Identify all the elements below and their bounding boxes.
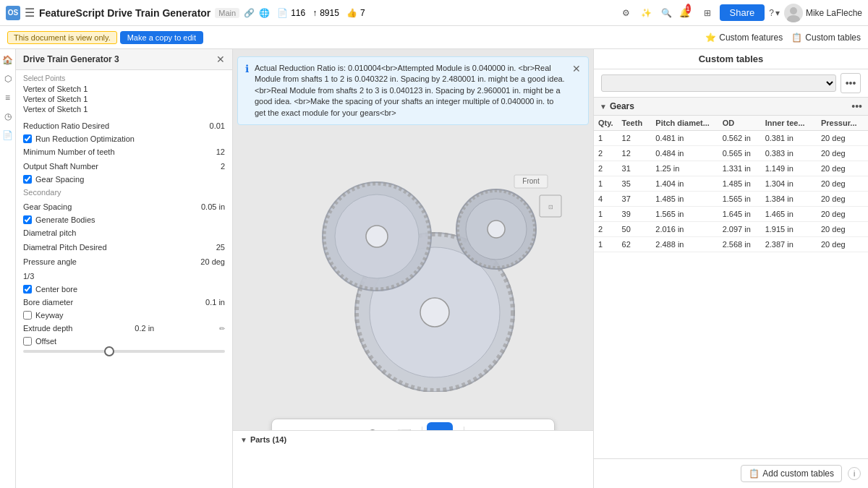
output-shaft-row: Output Shaft Number 2 <box>23 159 225 174</box>
close-icon[interactable]: ✕ <box>216 53 225 65</box>
search-icon[interactable]: 🔍 <box>659 5 675 21</box>
run-optimization-checkbox[interactable] <box>23 134 32 143</box>
gear-spacing-value[interactable]: 0.05 in <box>201 202 225 211</box>
col-inner: Inner tee... <box>761 116 817 131</box>
custom-tables-icon: 📋 <box>791 33 802 43</box>
branch-tag[interactable]: Main <box>215 8 239 18</box>
cell-inner: 1.304 in <box>761 176 817 192</box>
apps-icon[interactable]: ⊞ <box>699 5 715 21</box>
gears-table: Qty. Teeth Pitch diamet... OD Inner tee.… <box>594 116 868 252</box>
gears-more-button[interactable]: ••• <box>851 100 862 112</box>
svg-point-0 <box>790 7 797 14</box>
sidebar-icon-list[interactable]: ≡ <box>1 91 14 104</box>
cell-teeth: 62 <box>618 237 652 252</box>
copy-button[interactable]: Make a copy to edit <box>120 31 203 44</box>
parts-panel: ▼ Parts (14) <box>233 430 593 488</box>
sidebar-icon-history[interactable]: ◷ <box>1 110 14 123</box>
cell-od: 1.485 in <box>718 176 761 192</box>
cell-teeth: 39 <box>618 207 652 222</box>
magic-icon[interactable]: ✨ <box>639 5 655 21</box>
generate-bodies-label: Generate Bodies <box>35 215 95 224</box>
cell-inner: 1.149 in <box>761 161 817 176</box>
globe-icon[interactable]: 🌐 <box>259 8 270 18</box>
pressure-angle-value[interactable]: 20 deg <box>200 257 225 266</box>
cell-pitch: 1.404 in <box>651 176 718 192</box>
cell-pressure: 20 deg <box>817 176 868 192</box>
alert-close-icon[interactable]: ✕ <box>572 63 581 74</box>
settings-icon[interactable]: ⚙ <box>618 5 634 21</box>
sidebar-icon-home[interactable]: 🏠 <box>1 53 14 67</box>
generate-bodies-checkbox[interactable] <box>23 215 32 224</box>
upload-icon: ↑ <box>312 8 317 18</box>
reduction-ratio-value[interactable]: 0.01 <box>210 121 225 130</box>
right-panel-more-button[interactable]: ••• <box>841 73 861 93</box>
slider-thumb[interactable] <box>104 346 114 356</box>
cell-inner: 1.465 in <box>761 207 817 222</box>
cell-pressure: 20 deg <box>817 207 868 222</box>
help-button[interactable]: ? ▾ <box>769 8 780 18</box>
pressure-angle-row: Pressure angle 20 deg <box>23 254 225 269</box>
info-icon-button[interactable]: i <box>848 467 861 480</box>
parts-panel-header[interactable]: ▼ Parts (14) <box>240 435 586 444</box>
svg-text:⊡: ⊡ <box>548 204 553 210</box>
fraction-value[interactable]: 1/3 <box>23 272 34 281</box>
gear-spacing-checkbox[interactable] <box>23 175 32 184</box>
notification-badge: 1 <box>686 4 691 14</box>
offset-checkbox[interactable] <box>23 337 32 346</box>
edit-icon[interactable]: ✏ <box>219 325 225 333</box>
output-shaft-value[interactable]: 2 <box>221 162 225 171</box>
custom-tables-item[interactable]: 📋 Custom tables <box>791 33 861 43</box>
gear-canvas: Front ⊡ <box>276 107 593 401</box>
right-panel-title: Custom tables <box>699 53 764 64</box>
cell-qty: 2 <box>594 161 618 176</box>
cell-pressure: 20 deg <box>817 131 868 146</box>
question-icon: ? <box>769 8 774 18</box>
min-teeth-value[interactable]: 12 <box>216 147 225 156</box>
user-name: Mike LaFleche <box>806 8 862 18</box>
gears-section-header[interactable]: ▼ Gears ••• <box>594 98 868 116</box>
diametral-pitch-value[interactable]: 25 <box>216 243 225 252</box>
keyway-row: Keyway <box>23 309 225 321</box>
parts-panel-title: Parts (14) <box>250 435 286 444</box>
reduction-ratio-row: Reduction Ratio Desired 0.01 <box>23 119 225 133</box>
gears-table-container: ▼ Gears ••• Qty. Teeth Pitch diamet... O… <box>594 98 868 458</box>
gears-chevron-icon: ▼ <box>600 103 607 111</box>
right-panel-dropdown[interactable] <box>601 74 836 92</box>
bore-diameter-value[interactable]: 0.1 in <box>205 298 225 307</box>
slider-track[interactable] <box>23 350 225 353</box>
notification-icon[interactable]: 🔔1 <box>679 5 695 21</box>
menu-icon[interactable]: ☰ <box>25 6 35 20</box>
col-qty: Qty. <box>594 116 618 131</box>
add-custom-tables-button[interactable]: 📋 Add custom tables <box>741 465 842 482</box>
sidebar-icon-parts[interactable]: ⬡ <box>1 72 14 85</box>
cell-inner: 0.383 in <box>761 146 817 161</box>
cell-od: 2.568 in <box>718 237 761 252</box>
cell-od: 2.097 in <box>718 222 761 237</box>
gear-spacing-check-row: Gear Spacing <box>23 174 225 185</box>
custom-features-icon: ⭐ <box>705 33 716 43</box>
link-icon[interactable]: 🔗 <box>244 8 255 18</box>
file-icon: 📄 <box>277 8 288 18</box>
custom-features-item[interactable]: ⭐ Custom features <box>705 33 783 43</box>
cell-qty: 1 <box>594 176 618 192</box>
user-profile[interactable]: Mike LaFleche <box>784 4 862 22</box>
canvas-area[interactable]: ℹ Actual Reduction Ratio is: 0.010004<br… <box>233 49 593 488</box>
col-pitch: Pitch diamet... <box>651 116 718 131</box>
center-bore-checkbox[interactable] <box>23 285 32 294</box>
bore-diameter-row: Bore diameter 0.1 in <box>23 295 225 309</box>
table-row: 2 31 1.25 in 1.331 in 1.149 in 20 deg <box>594 161 868 176</box>
sidebar-icon-document[interactable]: 📄 <box>1 129 14 142</box>
cell-pitch: 1.25 in <box>651 161 718 176</box>
offset-row: Offset <box>23 335 225 347</box>
upload-stats: ↑ 8915 <box>312 8 339 18</box>
cell-teeth: 37 <box>618 192 652 207</box>
cell-od: 1.565 in <box>718 192 761 207</box>
gears-section-title: Gears <box>610 101 634 111</box>
share-button[interactable]: Share <box>720 4 765 21</box>
extrude-depth-value[interactable]: 0.2 in <box>135 324 154 333</box>
gear-spacing-check-label: Gear Spacing <box>35 175 84 184</box>
cell-teeth: 35 <box>618 176 652 192</box>
left-sidebar: 🏠 ⬡ ≡ ◷ 📄 <box>0 49 16 488</box>
keyway-checkbox[interactable] <box>23 311 32 320</box>
onshape-logo[interactable]: OS <box>6 6 20 20</box>
